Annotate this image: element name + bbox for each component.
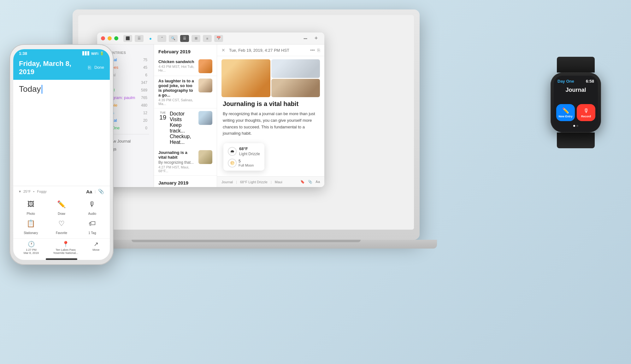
list-view-icon[interactable]: ☰ <box>180 35 189 42</box>
new-entry-label: New Entry <box>558 115 572 118</box>
detail-image-office <box>271 59 320 78</box>
detail-body: By recognizing that a journal can be mor… <box>223 111 319 137</box>
february-header: February 2019 <box>154 44 217 57</box>
detail-close-button[interactable]: ✕ <box>221 48 225 53</box>
bookmark-icon[interactable]: 🔖 <box>300 180 305 184</box>
watch-band-bottom <box>557 132 595 148</box>
iphone-tools-grid: 🖼 Photo ✏️ Draw 🎙 Audio 📋 Stationary <box>16 197 107 236</box>
detail-content: Journaling is a vital habit By recognizi… <box>217 100 324 141</box>
search-icon[interactable]: 🔍 <box>169 35 178 42</box>
watch-time: 6:58 <box>586 79 594 84</box>
moon-phase: Full Moon <box>239 163 254 167</box>
statusbar-journal: Journal <box>221 180 233 184</box>
statusbar-separator: | <box>236 180 237 184</box>
grid-view-icon[interactable]: ⊞ <box>192 35 200 42</box>
watch-new-entry-button[interactable]: ✏️ New Entry <box>556 104 575 121</box>
chevron-icon[interactable]: ▾ <box>19 189 21 194</box>
laptop-hinge <box>132 240 361 242</box>
separator: • <box>33 190 34 193</box>
watch-buttons: ✏️ New Entry 🎙 Record <box>554 104 598 121</box>
iphone-editor[interactable]: Today <box>13 80 110 186</box>
photo-tool[interactable]: 🖼 Photo <box>16 198 45 215</box>
stationary-icon: 📋 <box>25 217 37 230</box>
photo-icon: 🖼 <box>25 198 37 211</box>
status-icons: ▋▋▋ WiFi 🔋 <box>82 51 104 56</box>
font-button[interactable]: Aa <box>86 189 92 194</box>
timeline-view-icon[interactable]: ≡ <box>203 35 212 42</box>
maximize-button[interactable] <box>114 36 118 40</box>
entry-item-sandwich[interactable]: Chicken sandwich 4:43 PM MST, Hot Tub, H… <box>154 57 217 76</box>
detail-action-buttons: ••• ⎘ <box>310 48 320 53</box>
favorite-tool[interactable]: ♡ Favorite <box>47 217 76 235</box>
stationary-tool[interactable]: 📋 Stationary <box>16 217 45 235</box>
favorite-icon: ♡ <box>55 217 68 230</box>
new-entry-icon: ✏️ <box>562 107 569 114</box>
mac-toolbar: ⬛ ☰ ● ⌃ 🔍 ☰ ⊞ ≡ 📅 <box>123 35 223 42</box>
entry-item-journaling[interactable]: Journaling is a vital habit By recognizi… <box>154 148 217 176</box>
entry-item-laughter[interactable]: As laughter is to a good joke, so too is… <box>154 76 217 109</box>
mac-window: ⬛ ☰ ● ⌃ 🔍 ☰ ⊞ ≡ 📅 ••• + <box>97 32 324 187</box>
filter-icon[interactable]: ☰ <box>135 35 144 42</box>
moon-phase-row: 🌕 5 Full Moon <box>228 159 260 167</box>
move-label: Move <box>92 248 99 251</box>
entry-item-doctor[interactable]: TUE 19 Doctor Visits Keep track... Check… <box>154 109 217 148</box>
mac-detail-header: ✕ Tue, Feb 19, 2019, 4:27 PM HST ••• ⎘ <box>217 44 324 56</box>
circle-icon[interactable]: ● <box>146 35 155 42</box>
share-icon[interactable]: ⎘ <box>88 65 91 71</box>
laptop-body: ⬛ ☰ ● ⌃ 🔍 ☰ ⊞ ≡ 📅 ••• + <box>73 9 420 240</box>
sidebar-toggle-icon[interactable]: ⬛ <box>123 35 132 42</box>
tag-tool[interactable]: 🏷 1 Tag <box>78 217 107 235</box>
audio-label: Audio <box>88 212 97 215</box>
watch-header: Day One 6:58 <box>554 76 598 85</box>
apple-watch: Day One 6:58 Journal ✏️ New Entry 🎙 Reco… <box>540 57 612 151</box>
watch-record-button[interactable]: 🎙 Record <box>577 104 595 121</box>
watch-band-top <box>557 57 595 73</box>
share-icon[interactable]: ⎘ <box>317 48 320 53</box>
attach-icon[interactable]: 📎 <box>308 180 312 184</box>
laptop: ⬛ ☰ ● ⌃ 🔍 ☰ ⊞ ≡ 📅 ••• + <box>73 9 420 249</box>
iphone-statusbar: 1:38 ▋▋▋ WiFi 🔋 <box>13 49 110 57</box>
battery-icon: 🔋 <box>100 51 104 56</box>
audio-tool[interactable]: 🎙 Audio <box>78 198 107 215</box>
tag-label: 1 Tag <box>88 231 96 235</box>
favorite-label: Favorite <box>56 231 67 235</box>
weather-condition: Light Drizzle <box>239 152 260 156</box>
mac-toolbar-right: ••• + <box>301 35 321 42</box>
done-button[interactable]: Done <box>94 65 104 71</box>
watch-screen: Day One 6:58 Journal ✏️ New Entry 🎙 Reco… <box>554 76 598 129</box>
entry-title: Chicken sandwich <box>158 59 196 64</box>
minimize-button[interactable] <box>108 36 112 40</box>
attach-button[interactable]: 📎 <box>98 189 104 194</box>
entry-meta: 4:43 PM MST, Hot Tub, He... <box>158 65 196 72</box>
weather-cloud-icon: 🌧 <box>228 147 237 156</box>
iphone-date: Friday, March 8, 2019 <box>19 60 88 76</box>
calendar-view-icon[interactable]: 📅 <box>214 35 223 42</box>
today-text: Today <box>19 84 104 94</box>
entry-meta: Checkup, Heat... <box>170 134 196 145</box>
location-action[interactable]: 📍 Ten Lakes PassYosemite National... <box>53 241 78 255</box>
draw-tool[interactable]: ✏️ Draw <box>47 198 76 215</box>
record-label: Record <box>581 115 591 118</box>
chevron-icon[interactable]: ⌃ <box>157 35 166 42</box>
weather-popup: 🌧 68°F Light Drizzle 🌕 5 <box>223 143 264 171</box>
mac-content: All Entries Journal 75 Recipes 45 Medial… <box>97 44 324 187</box>
draw-label: Draw <box>58 212 65 215</box>
more-icon[interactable]: ••• <box>301 35 310 42</box>
more-options-icon[interactable]: ••• <box>310 48 315 53</box>
temp-label: 25°F <box>23 190 31 193</box>
weather-temperature: 68°F <box>239 146 260 151</box>
detail-images <box>221 59 320 97</box>
time-location-action[interactable]: 🕐 1:27 PMMar 8, 2019 <box>24 241 39 255</box>
font-icon[interactable]: Aa <box>316 180 320 184</box>
move-action[interactable]: ↗ Move <box>92 241 99 255</box>
entry-title: As laughter is to a good joke, so too is… <box>158 79 196 97</box>
stationary-label: Stationary <box>24 231 38 235</box>
detail-image-person2 <box>271 79 320 97</box>
watch-journal-title: Journal <box>554 85 598 97</box>
text-cursor <box>42 85 42 94</box>
separator2: | <box>95 190 96 193</box>
location-label: Ten Lakes PassYosemite National... <box>53 248 78 255</box>
close-button[interactable] <box>101 36 105 40</box>
entry-title: Journaling is a vital habit <box>158 150 196 160</box>
add-icon[interactable]: + <box>312 35 321 42</box>
